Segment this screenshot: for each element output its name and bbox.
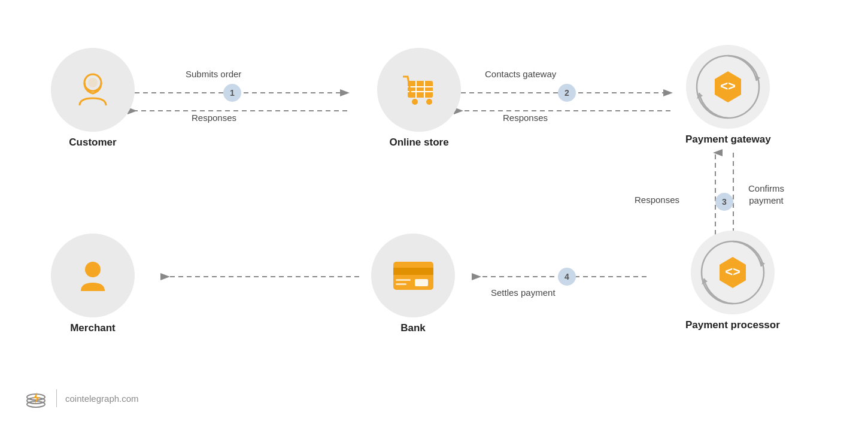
svg-rect-25 — [393, 268, 433, 275]
processor-icon: <> — [715, 255, 751, 290]
svg-text:<>: <> — [720, 78, 736, 93]
svg-point-23 — [88, 265, 98, 274]
customer-icon — [71, 68, 114, 111]
diagram: 1 2 3 4 Submits order Responses Contacts… — [0, 0, 868, 427]
label-responses-1: Responses — [192, 113, 236, 123]
step-badge-1: 1 — [223, 84, 241, 102]
svg-point-9 — [88, 78, 98, 87]
node-payment-processor: <> Payment processor — [685, 231, 780, 331]
customer-circle — [51, 48, 135, 132]
online-store-circle — [377, 48, 461, 132]
brand-logo-icon — [24, 387, 48, 409]
bank-label: Bank — [400, 322, 426, 334]
node-customer: Customer — [51, 48, 135, 149]
node-merchant: Merchant — [51, 234, 135, 334]
step-badge-4: 4 — [558, 268, 576, 286]
label-submits-order: Submits order — [186, 69, 241, 79]
label-settles-payment: Settles payment — [491, 287, 556, 298]
footer-divider — [56, 389, 57, 407]
bank-icon — [391, 259, 436, 292]
online-store-label: Online store — [389, 137, 448, 149]
payment-processor-label: Payment processor — [685, 319, 780, 331]
payment-gateway-circle: <> — [686, 45, 770, 129]
gateway-icon: <> — [710, 69, 746, 105]
node-bank: Bank — [371, 234, 455, 334]
step-badge-3: 3 — [715, 193, 733, 211]
svg-point-15 — [412, 99, 418, 105]
label-responses-2: Responses — [503, 113, 548, 123]
bank-circle — [371, 234, 455, 317]
node-payment-gateway: <> Payment gateway — [685, 45, 771, 146]
svg-rect-26 — [415, 279, 428, 286]
brand-name: cointelegraph.com — [65, 393, 139, 404]
label-responses-3: Responses — [635, 195, 679, 205]
label-confirms-payment: Confirms payment — [748, 183, 784, 206]
merchant-label: Merchant — [70, 322, 116, 334]
node-online-store: Online store — [377, 48, 461, 149]
svg-rect-28 — [396, 283, 406, 285]
payment-processor-circle: <> — [691, 231, 775, 314]
customer-label: Customer — [69, 137, 116, 149]
merchant-icon — [71, 254, 114, 297]
svg-rect-27 — [396, 279, 411, 281]
label-contacts-gateway: Contacts gateway — [485, 69, 556, 79]
step-badge-2: 2 — [558, 84, 576, 102]
footer: cointelegraph.com — [24, 387, 139, 409]
svg-text:<>: <> — [725, 264, 740, 279]
payment-gateway-label: Payment gateway — [685, 134, 771, 146]
merchant-circle — [51, 234, 135, 317]
online-store-icon — [397, 68, 442, 113]
svg-point-16 — [426, 99, 432, 105]
